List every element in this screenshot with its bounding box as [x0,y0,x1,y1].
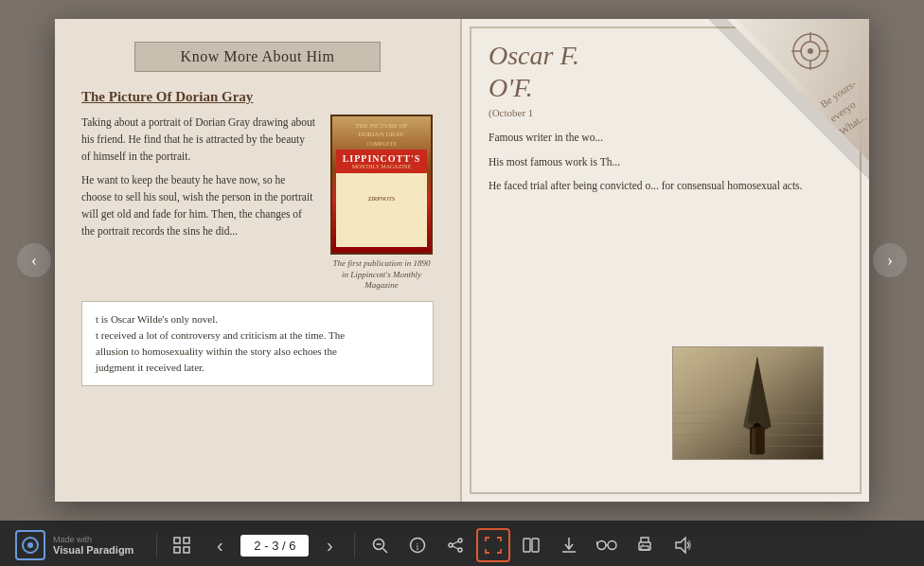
cover-top-text: THE PICTURE OFDORIAN GRAY. [355,122,407,139]
share-icon [447,537,464,554]
svg-line-36 [453,546,458,549]
print-icon [636,537,653,554]
vp-logo-svg [21,536,40,555]
brand-logo-icon [15,530,45,560]
fullscreen-icon [485,537,502,554]
right-text-3: He faced trial after being convicted o..… [489,178,843,195]
audio-button[interactable] [666,528,700,562]
quote-line-1: t is Oscar Wilde's only novel. [96,311,419,327]
toolbar: Made with Visual Paradigm ‹ 2 - 3 / 6 › [0,521,924,566]
book-cover-image: THE PICTURE OFDORIAN GRAY. COMPLETE LIPP… [329,115,434,292]
read-mode-button[interactable] [590,528,624,562]
cover-sub-text: ZIRPNOTS [368,196,396,224]
cover-cream-area: ZIRPNOTS [336,173,427,247]
svg-point-41 [597,541,606,550]
pen-image [672,346,824,460]
right-content: Oscar F. O'F. (October 1 Famous writer i… [489,42,843,479]
glasses-icon [596,539,617,552]
lippincott-text: LIPPINCOTT'S [338,153,425,164]
zoom-out-button[interactable] [363,528,397,562]
print-button[interactable] [628,528,662,562]
banner-title: Know More About Him [181,48,335,64]
author-name-line2: O'F. [489,73,843,103]
fullscreen-button[interactable] [476,528,510,562]
brand-area: Made with Visual Paradigm [15,530,133,560]
info-button[interactable]: i [400,528,435,562]
grid-icon [173,537,190,554]
svg-rect-24 [184,538,189,543]
svg-point-42 [608,541,616,550]
separator-2 [354,532,355,558]
quote-line-2: t received a lot of controversy and crit… [96,327,419,344]
quote-line-4: judgment it received later. [96,360,419,376]
content-row: Taking about a portrait of Dorian Gray d… [81,115,434,292]
quote-box: t is Oscar Wilde's only novel. t receive… [81,301,434,386]
svg-point-22 [27,542,33,548]
book-cover-visual: THE PICTURE OFDORIAN GRAY. COMPLETE LIPP… [330,115,433,255]
next-icon: › [327,535,333,557]
download-icon [560,537,578,554]
svg-point-34 [458,548,462,552]
svg-rect-10 [752,429,755,455]
grid-button[interactable] [165,528,199,562]
zoom-icon [371,537,388,554]
svg-point-33 [449,543,453,547]
prev-icon: ‹ [217,535,223,557]
book-spread: Know More About Him The Picture Of Doria… [55,19,869,502]
svg-rect-38 [532,539,539,552]
page-indicator[interactable]: 2 - 3 / 6 [240,535,309,557]
svg-rect-25 [174,547,180,553]
separator-1 [156,532,157,558]
svg-point-32 [458,539,462,542]
svg-line-28 [383,549,388,554]
cover-red-band: LIPPINCOTT'S MONTHLY MAGAZINE [336,150,427,173]
svg-line-35 [453,541,458,544]
book-title[interactable]: The Picture Of Dorian Gray [81,89,434,105]
left-text-column: Taking about a portrait of Dorian Gray d… [81,115,316,292]
cover-complete: COMPLETE [366,141,397,147]
audio-icon [674,537,691,554]
quote-line-3: allusion to homosexuality within the sto… [96,344,419,360]
right-text-2: His most famous work is Th... [489,154,843,171]
author-name-line1: Oscar F. [489,42,843,71]
right-text-1: Famous writer in the wo... [489,130,843,147]
book-icon [523,537,540,554]
svg-rect-26 [184,547,189,553]
svg-rect-23 [174,538,180,543]
brand-name: Visual Paradigm [53,544,133,556]
header-banner: Know More About Him [134,42,381,72]
info-icon: i [409,537,426,554]
book-view-button[interactable] [514,528,548,562]
prev-page-arrow[interactable]: ‹ [17,243,51,277]
svg-text:i: i [417,541,419,552]
svg-line-44 [596,541,597,545]
paragraph-1: Taking about a portrait of Dorian Gray d… [81,115,316,165]
pen-svg [673,346,823,460]
download-button[interactable] [552,528,586,562]
toolbar-prev-button[interactable]: ‹ [203,528,237,562]
paragraph-2: He want to keep the beauty he have now, … [81,172,316,239]
share-button[interactable] [438,528,472,562]
toolbar-next-button[interactable]: › [312,528,346,562]
author-dates: (October 1 [489,107,843,118]
brand-made-with: Made with [53,535,133,544]
main-area: ‹ Know More About Him The Picture Of Dor… [0,0,924,521]
brand-text-block: Made with Visual Paradigm [53,535,133,556]
page-right: Oscar F. O'F. (October 1 Famous writer i… [462,19,869,502]
svg-rect-46 [641,546,649,550]
page-left: Know More About Him The Picture Of Doria… [55,19,462,502]
svg-marker-48 [676,538,685,553]
monthly-text: MONTHLY MAGAZINE [338,164,425,169]
next-page-arrow[interactable]: › [873,243,907,277]
svg-rect-37 [524,539,530,552]
cover-caption: The first publication in 1890 in Lippinc… [329,258,434,292]
